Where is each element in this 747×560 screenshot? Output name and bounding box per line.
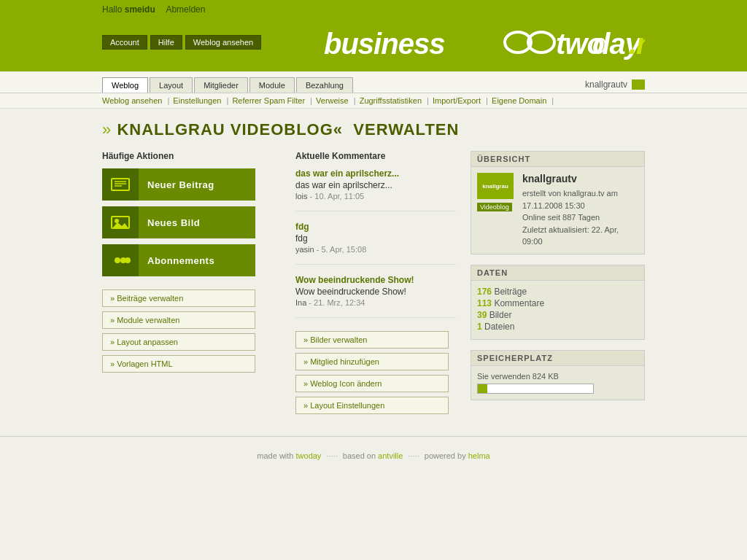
logo-svg: business two day .net	[324, 20, 645, 64]
speicherplatz-header: SPEICHERPLATZ	[471, 351, 644, 366]
comment-meta-1: lois - 10. Apr, 11:05	[295, 192, 456, 201]
hilfe-button[interactable]: Hilfe	[150, 35, 182, 50]
progress-bar-outer	[477, 384, 594, 394]
subnav-referrer[interactable]: Referrer Spam Filter	[232, 96, 305, 105]
speicherplatz-box: SPEICHERPLATZ Sie verwenden 824 KB	[471, 350, 645, 400]
comment-meta-2: yasin - 5. Apr, 15:08	[295, 245, 456, 254]
svg-point-11	[115, 219, 119, 223]
beitraege-number: 176	[477, 287, 492, 297]
layout-anpassen-link[interactable]: » Layout anpassen	[102, 333, 255, 351]
module-verwalten-link[interactable]: » Module verwalten	[102, 311, 255, 329]
blog-thumb-image: knallgrau	[477, 173, 514, 199]
uebersicht-content: knallgrau Videoblog knallgrautv erstellt…	[471, 167, 644, 254]
comment-date-1: 10. Apr, 11:05	[314, 192, 364, 201]
blog-erstellt: erstellt von knallgrau.tv am 17.11.2008 …	[522, 187, 638, 211]
footer-twoday-link[interactable]: twoday	[296, 451, 322, 460]
comment-meta-3: Ina - 21. Mrz, 12:34	[295, 298, 456, 307]
tab-bezahlung[interactable]: Bezahlung	[296, 77, 353, 93]
uebersicht-header: ÜBERSICHT	[471, 152, 644, 167]
tab-layout[interactable]: Layout	[150, 77, 193, 93]
account-button[interactable]: Account	[102, 35, 147, 50]
svg-point-15	[125, 257, 131, 263]
svg-text:.net: .net	[629, 28, 645, 60]
svg-text:business: business	[324, 28, 444, 60]
blog-name-area: knallgrautv	[585, 79, 645, 93]
layout-einstellungen-link[interactable]: » Layout Einstellungen	[295, 397, 449, 414]
subnav-einstellungen[interactable]: Einstellungen	[173, 96, 221, 105]
site-logo: business two day .net	[324, 20, 645, 64]
svg-point-13	[115, 257, 120, 263]
speicherplatz-text: Sie verwenden 824 KB	[477, 372, 638, 381]
bilder-verwalten-link[interactable]: » Bilder verwalten	[295, 331, 449, 349]
comment-excerpt-1: das war ein aprilscherz...	[295, 180, 456, 190]
footer: made with twoday ····· based on antville…	[0, 436, 747, 475]
bilder-label: Bilder	[489, 310, 512, 320]
abonnements-label: Abonnements	[139, 255, 214, 266]
neuer-beitrag-icon	[102, 168, 139, 201]
tab-weblog[interactable]: Weblog	[102, 77, 148, 93]
mitglied-hinzufuegen-link[interactable]: » Mitglied hinzufügen	[295, 353, 449, 370]
small-action-links-left: » Beiträge verwalten » Module verwalten …	[102, 289, 281, 373]
weblog-icon-aendern-link[interactable]: » Weblog Icon ändern	[295, 375, 449, 392]
blog-icon-small	[632, 79, 645, 90]
daten-bilder: 39 Bilder	[477, 310, 638, 320]
neues-bild-label: Neues Bild	[139, 217, 200, 228]
comment-title-2[interactable]: fdg	[295, 222, 456, 232]
comment-item-2: fdg fdg yasin - 5. Apr, 15:08	[295, 222, 456, 265]
beitraege-label: Beiträge	[494, 287, 527, 297]
comment-author-2: yasin	[295, 245, 314, 254]
footer-powered-by: powered by	[425, 451, 466, 460]
comment-date-2: 5. Apr, 15:08	[321, 245, 366, 254]
abmelden-link[interactable]: Abmelden	[166, 4, 205, 15]
comment-title-3[interactable]: Wow beeindruckende Show!	[295, 275, 456, 285]
footer-antville-link[interactable]: antville	[378, 451, 403, 460]
greeting-label: Hallo	[102, 4, 122, 15]
title-main: KNALLGRAU VIDEOBLOG«	[117, 120, 343, 139]
svg-rect-6	[112, 179, 129, 190]
comment-date-3: 21. Mrz, 12:34	[314, 298, 365, 307]
comment-author-1: lois	[295, 192, 308, 201]
neues-bild-icon	[102, 206, 139, 238]
bilder-number: 39	[477, 310, 487, 320]
comment-title-1[interactable]: das war ein aprilscherz...	[295, 168, 456, 179]
neues-bild-button[interactable]: Neues Bild	[102, 206, 255, 238]
subnav-zugriffsstatistiken[interactable]: Zugriffsstatistiken	[360, 96, 422, 105]
abonnements-button[interactable]: Abonnements	[102, 244, 255, 276]
tab-mitglieder[interactable]: Mitglieder	[194, 77, 248, 93]
right-column: ÜBERSICHT knallgrau Videoblog knallgraut…	[471, 151, 645, 414]
footer-helma-link[interactable]: helma	[468, 451, 490, 460]
dateien-number: 1	[477, 322, 482, 332]
tabs: Weblog Layout Mitglieder Module Bezahlun…	[102, 77, 353, 93]
daten-box: DATEN 176 Beiträge 113 Kommentare 39 Bil…	[471, 265, 645, 340]
footer-made-with: made with	[257, 451, 293, 460]
vorlagen-html-link[interactable]: » Vorlagen HTML	[102, 355, 255, 373]
beitraege-verwalten-link[interactable]: » Beiträge verwalten	[102, 289, 255, 307]
subnav-verweise[interactable]: Verweise	[316, 96, 349, 105]
small-action-links-right: » Bilder verwalten » Mitglied hinzufügen…	[295, 331, 456, 414]
page-title: » KNALLGRAU VIDEOBLOG« VERWALTEN	[102, 120, 645, 139]
blog-info: knallgrautv erstellt von knallgrau.tv am…	[522, 173, 638, 248]
weblog-ansehen-button[interactable]: Weblog ansehen	[185, 35, 261, 50]
header-buttons: Account Hilfe Weblog ansehen	[102, 35, 261, 50]
blog-title: knallgrautv	[522, 173, 638, 184]
left-column: Häufige Aktionen Neuer Beitrag	[102, 151, 281, 414]
blog-thumb-text: knallgrau	[482, 183, 508, 190]
dateien-label: Dateien	[484, 322, 514, 332]
daten-dateien: 1 Dateien	[477, 322, 638, 332]
tab-module[interactable]: Module	[249, 77, 295, 93]
subnav-eigene-domain[interactable]: Eigene Domain	[492, 96, 546, 105]
abonnements-icon	[102, 244, 139, 276]
content-area: Häufige Aktionen Neuer Beitrag	[102, 151, 645, 414]
main-content: » KNALLGRAU VIDEOBLOG« VERWALTEN Häufige…	[0, 120, 747, 414]
subnav-import-export[interactable]: Import/Export	[433, 96, 481, 105]
uebersicht-box: ÜBERSICHT knallgrau Videoblog knallgraut…	[471, 151, 645, 254]
kommentare-label: Kommentare	[494, 298, 544, 308]
subnav-weblog-ansehen[interactable]: Weblog ansehen	[102, 96, 162, 105]
daten-kommentare: 113 Kommentare	[477, 298, 638, 308]
header: Hallo smeidu Abmelden Account Hilfe Webl…	[0, 0, 747, 71]
neuer-beitrag-label: Neuer Beitrag	[139, 179, 214, 190]
comment-item-1: das war ein aprilscherz... das war ein a…	[295, 168, 456, 211]
title-suffix: VERWALTEN	[353, 120, 459, 139]
title-prefix: »	[102, 120, 112, 139]
neuer-beitrag-button[interactable]: Neuer Beitrag	[102, 168, 255, 201]
